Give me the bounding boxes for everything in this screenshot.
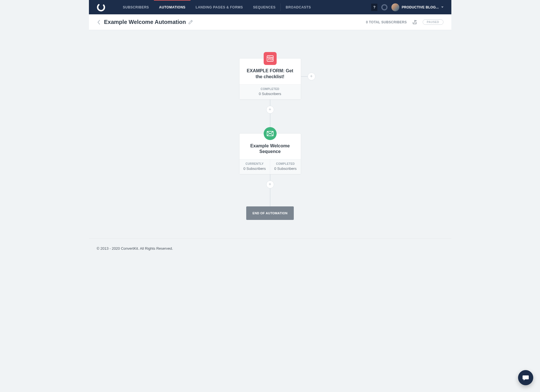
footer: © 2013 - 2020 ConvertKit. All Rights Res… [89,238,451,258]
svg-point-3 [268,56,268,57]
automation-canvas: EXAMPLE FORM: Get the checklist! COMPLET… [89,30,451,238]
status-indicator-icon[interactable] [381,4,387,10]
add-trigger-button[interactable]: + [308,73,315,80]
stat-currently: CURRENTLY 0 Subscribers [239,159,270,174]
nav-landing-pages-forms[interactable]: LANDING PAGES & FORMS [191,0,248,14]
stat-value: 0 Subscribers [272,166,299,171]
nav-items: SUBSCRIBERS AUTOMATIONS LANDING PAGES & … [118,0,316,14]
account-menu[interactable]: PRODUCTIVE BLOG... [391,3,443,11]
svg-rect-8 [271,58,272,60]
stat-completed: COMPLETED 0 Subscribers [270,159,301,174]
svg-point-4 [269,56,269,57]
account-name: PRODUCTIVE BLOG... [402,5,439,9]
node-stats: COMPLETED 0 Subscribers [239,84,301,99]
stat-value: 0 Subscribers [241,166,268,171]
add-step-button[interactable]: + [266,181,274,188]
stat-label: COMPLETED [241,87,299,91]
page-title: Example Welcome Automation [104,19,186,25]
nav-right: ? PRODUCTIVE BLOG... [371,3,443,11]
logo[interactable] [97,3,105,12]
connector-line [270,188,270,206]
end-of-automation: END OF AUTOMATION [246,206,294,220]
total-subscribers: 0 TOTAL SUBSCRIBERS [366,20,407,24]
svg-point-5 [270,56,270,57]
top-nav: SUBSCRIBERS AUTOMATIONS LANDING PAGES & … [89,0,451,14]
connector-line [270,100,270,106]
form-trigger-node[interactable]: EXAMPLE FORM: Get the checklist! COMPLET… [239,58,301,100]
add-step-button[interactable]: + [266,106,274,114]
email-icon [264,127,277,140]
form-icon [264,52,277,65]
help-button[interactable]: ? [371,4,377,11]
connector-line [301,76,308,77]
stat-label: COMPLETED [272,162,299,165]
nav-sequences[interactable]: SEQUENCES [248,0,281,14]
email-sequence-node[interactable]: Example Welcome Sequence CURRENTLY 0 Sub… [239,133,301,175]
chevron-left-icon [97,20,101,25]
svg-rect-7 [268,59,270,60]
stat-label: CURRENTLY [241,162,268,165]
stat-value: 0 Subscribers [241,92,299,96]
back-button[interactable] [97,20,101,25]
edit-title-button[interactable] [188,20,193,24]
node-stats: CURRENTLY 0 Subscribers COMPLETED 0 Subs… [239,159,301,174]
avatar [391,3,399,11]
nav-broadcasts[interactable]: BROADCASTS [281,0,316,14]
share-icon [412,19,418,25]
status-toggle[interactable]: PAUSED [423,19,443,25]
nav-subscribers[interactable]: SUBSCRIBERS [118,0,154,14]
subheader-right: 0 TOTAL SUBSCRIBERS PAUSED [366,19,443,25]
connector-line [270,174,270,181]
svg-rect-6 [268,58,270,59]
automation-flow: EXAMPLE FORM: Get the checklist! COMPLET… [239,58,301,227]
svg-point-0 [97,3,105,12]
stat-completed: COMPLETED 0 Subscribers [239,85,301,99]
side-add-branch: + [301,73,315,80]
copyright: © 2013 - 2020 ConvertKit. All Rights Res… [97,246,173,251]
chevron-down-icon [441,6,443,8]
logo-icon [97,3,105,12]
subheader: Example Welcome Automation 0 TOTAL SUBSC… [89,14,451,30]
pencil-icon [188,20,193,24]
nav-automations[interactable]: AUTOMATIONS [154,0,191,14]
share-button[interactable] [412,19,418,25]
